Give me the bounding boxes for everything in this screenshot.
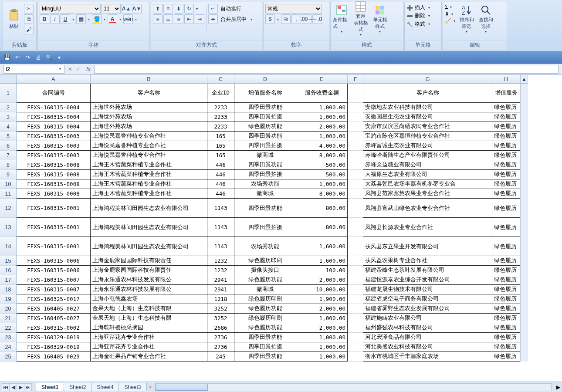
- cell-C12[interactable]: 1143: [207, 199, 234, 218]
- cell-G3[interactable]: 安徽国星生态农业有限公司: [363, 112, 492, 122]
- cell-H8[interactable]: 绿色履历: [492, 160, 520, 170]
- increase-decimal-button[interactable]: .00→: [302, 14, 311, 24]
- cell-F21[interactable]: [348, 314, 363, 323]
- cell-B12[interactable]: 上海鸿程美林间田园生态农业有限公司: [91, 199, 207, 218]
- cell-B3[interactable]: 上海世外苑农场: [91, 112, 207, 122]
- cell-C6[interactable]: 165: [207, 141, 234, 151]
- clear-button[interactable]: 🧹▾: [445, 18, 457, 24]
- row-header-20[interactable]: 20: [0, 304, 17, 314]
- cell-E10[interactable]: 1,000.00: [296, 179, 348, 189]
- name-box[interactable]: I2▾: [3, 65, 64, 74]
- cell-G14[interactable]: 扶风县东立果业开发有限公司: [363, 237, 492, 256]
- header-cell-C[interactable]: 企业ID: [207, 84, 234, 103]
- enter-icon[interactable]: ✓: [76, 66, 80, 72]
- accounting-button[interactable]: $: [265, 14, 275, 24]
- cell-E15[interactable]: 1,600.00: [296, 256, 348, 266]
- cell-G5[interactable]: 宝鸡市陈仓区嘉恒种植专业合作社: [363, 132, 492, 141]
- cell-H18[interactable]: 绿色履历: [492, 285, 520, 294]
- cell-H11[interactable]: 绿色履历: [492, 189, 520, 199]
- cell-E16[interactable]: 100.00: [296, 266, 348, 275]
- cell-D13[interactable]: 四季田景拍摄: [234, 218, 296, 237]
- cell-A16[interactable]: FEXS-160315-0006: [17, 266, 91, 275]
- cell-B15[interactable]: 上海金鹿家园国际科技有限责任: [91, 256, 207, 266]
- cell-C18[interactable]: 2941: [207, 285, 234, 294]
- cell-H9[interactable]: 绿色履历: [492, 170, 520, 179]
- cell-C9[interactable]: 446: [207, 170, 234, 179]
- fill-button[interactable]: ⬇▾: [445, 11, 457, 17]
- qat-save-button[interactable]: 💾: [3, 53, 11, 62]
- row-header-2[interactable]: 2: [0, 103, 17, 112]
- find-select-button[interactable]: 查找和 选择▾: [477, 4, 495, 34]
- cell-A12[interactable]: FEXS-160315-0001: [17, 199, 91, 218]
- row-header-6[interactable]: 6: [0, 141, 17, 151]
- cell-D3[interactable]: 四季田景拍摄: [234, 112, 296, 122]
- cell-F25[interactable]: [348, 352, 363, 362]
- tab-nav-next[interactable]: ▶: [17, 383, 24, 391]
- font-color-button[interactable]: A: [108, 14, 117, 24]
- cell-E22[interactable]: 2,000.00: [296, 323, 348, 333]
- cell-D25[interactable]: 四季田景功能: [234, 352, 296, 362]
- row-header-5[interactable]: 5: [0, 132, 17, 141]
- fill-color-button[interactable]: 🪣: [92, 14, 102, 24]
- cell-C16[interactable]: 1232: [207, 266, 234, 275]
- font-name-select[interactable]: MingLiU: [40, 4, 101, 14]
- font-color-dropdown[interactable]: ▾: [118, 17, 122, 21]
- cell-F13[interactable]: [348, 218, 363, 237]
- cell-F2[interactable]: [348, 103, 363, 112]
- cell-D10[interactable]: 农场秀功能: [234, 179, 296, 189]
- vscroll-track[interactable]: [520, 285, 528, 294]
- format-table-button[interactable]: 套用 表格格式▾: [352, 4, 370, 34]
- cell-G4[interactable]: 安康市汉滨区尚硒农民专业合作社: [363, 122, 492, 132]
- cell-G24[interactable]: 河北美盛农业科技有限公司: [363, 342, 492, 352]
- cell-A14[interactable]: FEXS-160315-0001: [17, 237, 91, 256]
- cell-H6[interactable]: 绿色履历: [492, 141, 520, 151]
- format-painter-button[interactable]: 🖌: [24, 25, 34, 34]
- col-header-C[interactable]: C: [207, 75, 234, 84]
- header-cell-F[interactable]: [348, 84, 363, 103]
- cell-H21[interactable]: 绿色履历: [492, 314, 520, 323]
- row-header-19[interactable]: 19: [0, 294, 17, 304]
- cell-D20[interactable]: 绿色履历功能: [234, 304, 296, 314]
- cell-A20[interactable]: FEXS-160405-0027: [17, 304, 91, 314]
- comma-button[interactable]: ,: [291, 14, 301, 24]
- row-header-11[interactable]: 11: [0, 189, 17, 199]
- align-right-button[interactable]: ≡: [174, 14, 183, 24]
- header-cell-B[interactable]: 客户名称: [91, 84, 207, 103]
- align-left-button[interactable]: ≡: [153, 14, 163, 24]
- cell-E25[interactable]: 1,000.00: [296, 352, 348, 362]
- cell-F12[interactable]: [348, 199, 363, 218]
- decrease-indent-button[interactable]: ⇤: [184, 14, 194, 24]
- cell-E20[interactable]: 2,000.00: [296, 304, 348, 314]
- cell-F11[interactable]: [348, 189, 363, 199]
- formula-input[interactable]: [94, 65, 559, 74]
- copy-button[interactable]: ⧉: [24, 14, 34, 24]
- cell-B13[interactable]: 上海鸿程美林间田园生态农业有限公司: [91, 218, 207, 237]
- accounting-dropdown[interactable]: ▾: [276, 17, 280, 21]
- cell-B24[interactable]: 上海亚芹花卉专业合作社: [91, 342, 207, 352]
- cell-A8[interactable]: FEXS-160315-0008: [17, 160, 91, 170]
- cell-B25[interactable]: 上海金旺果品产销专业合作社: [91, 352, 207, 362]
- cell-A6[interactable]: FEXS-160315-0003: [17, 141, 91, 151]
- cell-A18[interactable]: FEXS-160315-0007: [17, 285, 91, 294]
- cell-F22[interactable]: [348, 323, 363, 333]
- cell-D5[interactable]: 四季田景功能: [234, 132, 296, 141]
- cell-H5[interactable]: 绿色履历: [492, 132, 520, 141]
- cell-C20[interactable]: 3252: [207, 304, 234, 314]
- cell-B8[interactable]: 上海王木营蔬菜种植专业合作社: [91, 160, 207, 170]
- cell-F6[interactable]: [348, 141, 363, 151]
- cell-C8[interactable]: 446: [207, 160, 234, 170]
- row-header-22[interactable]: 22: [0, 323, 17, 333]
- cell-B7[interactable]: 上海悦民嘉誉种植专业合作社: [91, 151, 207, 160]
- cell-G8[interactable]: 赤峰众益糖业有限公司: [363, 160, 492, 170]
- cell-G16[interactable]: 福建帝峰生态茶叶发展有限公司: [363, 266, 492, 275]
- cell-D8[interactable]: 四季田景功能: [234, 160, 296, 170]
- cell-G13[interactable]: 凤翔县长源农业专业合作社: [363, 218, 492, 237]
- cell-A7[interactable]: FEXS-160315-0003: [17, 151, 91, 160]
- cell-H7[interactable]: 绿色履历: [492, 151, 520, 160]
- cell-B10[interactable]: 上海王木营蔬菜种植专业合作社: [91, 179, 207, 189]
- col-header-F[interactable]: F: [348, 75, 363, 84]
- vscroll-track[interactable]: [520, 151, 528, 160]
- cell-C2[interactable]: 2233: [207, 103, 234, 112]
- cell-G12[interactable]: 凤翔县宣武山绿色农业专业合作社: [363, 199, 492, 218]
- vscroll-track[interactable]: [520, 179, 528, 189]
